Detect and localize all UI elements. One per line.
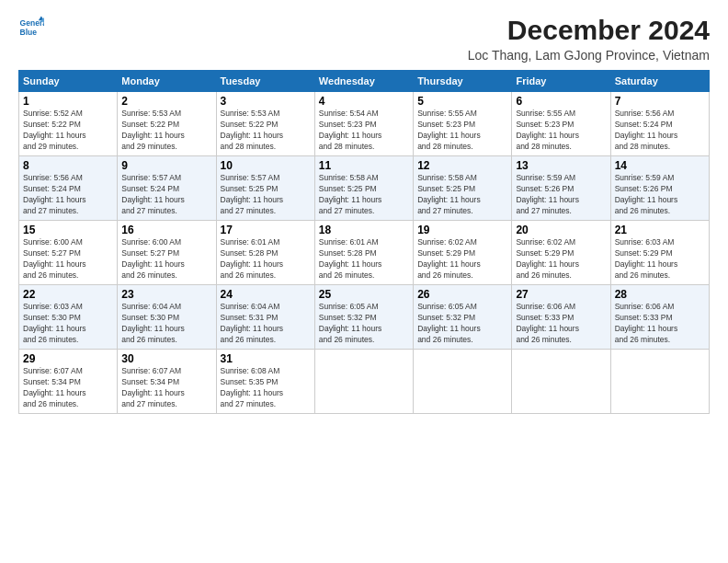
day-number: 7 <box>615 95 705 108</box>
svg-text:Blue: Blue <box>20 28 38 37</box>
calendar-week-row: 22Sunrise: 6:03 AM Sunset: 5:30 PM Dayli… <box>19 285 710 350</box>
table-row: 18Sunrise: 6:01 AM Sunset: 5:28 PM Dayli… <box>314 221 413 285</box>
day-info: Sunrise: 5:58 AM Sunset: 5:25 PM Dayligh… <box>319 173 409 217</box>
day-info: Sunrise: 5:59 AM Sunset: 5:26 PM Dayligh… <box>516 173 606 217</box>
table-row: 14Sunrise: 5:59 AM Sunset: 5:26 PM Dayli… <box>610 156 709 221</box>
calendar-week-row: 15Sunrise: 6:00 AM Sunset: 5:27 PM Dayli… <box>19 221 710 285</box>
day-info: Sunrise: 6:03 AM Sunset: 5:30 PM Dayligh… <box>23 302 113 346</box>
calendar-week-row: 8Sunrise: 5:56 AM Sunset: 5:24 PM Daylig… <box>19 156 710 221</box>
day-number: 23 <box>121 288 211 301</box>
day-number: 26 <box>417 288 507 301</box>
day-info: Sunrise: 6:06 AM Sunset: 5:33 PM Dayligh… <box>516 302 606 346</box>
day-info: Sunrise: 6:01 AM Sunset: 5:28 PM Dayligh… <box>221 237 311 282</box>
table-row: 5Sunrise: 5:55 AM Sunset: 5:23 PM Daylig… <box>414 92 512 156</box>
table-row <box>512 350 610 414</box>
table-row <box>414 350 512 414</box>
col-saturday: Saturday <box>610 71 709 92</box>
day-info: Sunrise: 5:55 AM Sunset: 5:23 PM Dayligh… <box>516 109 606 153</box>
table-row: 29Sunrise: 6:07 AM Sunset: 5:34 PM Dayli… <box>19 350 118 414</box>
day-number: 21 <box>615 224 705 236</box>
day-number: 25 <box>319 288 409 301</box>
table-row: 22Sunrise: 6:03 AM Sunset: 5:30 PM Dayli… <box>19 285 118 350</box>
calendar-week-row: 29Sunrise: 6:07 AM Sunset: 5:34 PM Dayli… <box>19 350 710 414</box>
table-row: 11Sunrise: 5:58 AM Sunset: 5:25 PM Dayli… <box>314 156 413 221</box>
day-number: 13 <box>516 159 606 172</box>
day-info: Sunrise: 6:08 AM Sunset: 5:35 PM Dayligh… <box>221 366 311 410</box>
table-row: 25Sunrise: 6:05 AM Sunset: 5:32 PM Dayli… <box>314 285 413 350</box>
calendar-header-row: Sunday Monday Tuesday Wednesday Thursday… <box>19 71 710 92</box>
day-number: 14 <box>615 159 705 172</box>
calendar-title: December 2024 <box>468 15 710 46</box>
table-row: 6Sunrise: 5:55 AM Sunset: 5:23 PM Daylig… <box>512 92 610 156</box>
calendar-subtitle: Loc Thang, Lam GJong Province, Vietnam <box>468 48 710 63</box>
day-info: Sunrise: 5:55 AM Sunset: 5:23 PM Dayligh… <box>417 109 507 153</box>
day-number: 1 <box>23 95 113 108</box>
day-number: 3 <box>221 95 311 108</box>
day-info: Sunrise: 6:07 AM Sunset: 5:34 PM Dayligh… <box>23 366 113 410</box>
table-row: 20Sunrise: 6:02 AM Sunset: 5:29 PM Dayli… <box>512 221 610 285</box>
table-row: 16Sunrise: 6:00 AM Sunset: 5:27 PM Dayli… <box>118 221 216 285</box>
calendar-table: Sunday Monday Tuesday Wednesday Thursday… <box>18 70 710 414</box>
day-info: Sunrise: 6:03 AM Sunset: 5:29 PM Dayligh… <box>615 237 705 282</box>
table-row <box>610 350 709 414</box>
day-number: 4 <box>319 95 409 108</box>
day-info: Sunrise: 5:59 AM Sunset: 5:26 PM Dayligh… <box>615 173 705 217</box>
day-info: Sunrise: 6:00 AM Sunset: 5:27 PM Dayligh… <box>23 237 113 282</box>
table-row: 9Sunrise: 5:57 AM Sunset: 5:24 PM Daylig… <box>118 156 216 221</box>
day-info: Sunrise: 5:53 AM Sunset: 5:22 PM Dayligh… <box>221 109 311 153</box>
day-number: 24 <box>221 288 311 301</box>
day-info: Sunrise: 5:54 AM Sunset: 5:23 PM Dayligh… <box>319 109 409 153</box>
table-row: 27Sunrise: 6:06 AM Sunset: 5:33 PM Dayli… <box>512 285 610 350</box>
table-row <box>314 350 413 414</box>
day-number: 2 <box>121 95 211 108</box>
day-info: Sunrise: 6:07 AM Sunset: 5:34 PM Dayligh… <box>121 366 211 410</box>
day-info: Sunrise: 5:57 AM Sunset: 5:24 PM Dayligh… <box>121 173 211 217</box>
day-info: Sunrise: 5:56 AM Sunset: 5:24 PM Dayligh… <box>615 109 705 153</box>
table-row: 1Sunrise: 5:52 AM Sunset: 5:22 PM Daylig… <box>19 92 118 156</box>
day-info: Sunrise: 5:52 AM Sunset: 5:22 PM Dayligh… <box>23 109 113 153</box>
day-number: 16 <box>121 224 211 236</box>
day-number: 15 <box>23 224 113 236</box>
day-info: Sunrise: 5:58 AM Sunset: 5:25 PM Dayligh… <box>417 173 507 217</box>
day-number: 29 <box>23 352 113 365</box>
calendar-week-row: 1Sunrise: 5:52 AM Sunset: 5:22 PM Daylig… <box>19 92 710 156</box>
day-number: 9 <box>121 159 211 172</box>
table-row: 19Sunrise: 6:02 AM Sunset: 5:29 PM Dayli… <box>414 221 512 285</box>
col-thursday: Thursday <box>414 71 512 92</box>
table-row: 17Sunrise: 6:01 AM Sunset: 5:28 PM Dayli… <box>216 221 314 285</box>
table-row: 26Sunrise: 6:05 AM Sunset: 5:32 PM Dayli… <box>414 285 512 350</box>
day-info: Sunrise: 6:05 AM Sunset: 5:32 PM Dayligh… <box>417 302 507 346</box>
page-header: General Blue December 2024 Loc Thang, La… <box>18 15 710 63</box>
day-number: 18 <box>319 224 409 236</box>
col-tuesday: Tuesday <box>216 71 314 92</box>
day-number: 6 <box>516 95 606 108</box>
table-row: 7Sunrise: 5:56 AM Sunset: 5:24 PM Daylig… <box>610 92 709 156</box>
day-number: 20 <box>516 224 606 236</box>
table-row: 15Sunrise: 6:00 AM Sunset: 5:27 PM Dayli… <box>19 221 118 285</box>
table-row: 4Sunrise: 5:54 AM Sunset: 5:23 PM Daylig… <box>314 92 413 156</box>
day-info: Sunrise: 6:04 AM Sunset: 5:30 PM Dayligh… <box>121 302 211 346</box>
table-row: 23Sunrise: 6:04 AM Sunset: 5:30 PM Dayli… <box>118 285 216 350</box>
day-info: Sunrise: 6:02 AM Sunset: 5:29 PM Dayligh… <box>516 237 606 282</box>
col-friday: Friday <box>512 71 610 92</box>
logo-icon: General Blue <box>18 15 44 40</box>
day-number: 30 <box>121 352 211 365</box>
day-number: 28 <box>615 288 705 301</box>
day-number: 12 <box>417 159 507 172</box>
day-info: Sunrise: 5:56 AM Sunset: 5:24 PM Dayligh… <box>23 173 113 217</box>
col-sunday: Sunday <box>19 71 118 92</box>
table-row: 3Sunrise: 5:53 AM Sunset: 5:22 PM Daylig… <box>216 92 314 156</box>
day-number: 19 <box>417 224 507 236</box>
table-row: 31Sunrise: 6:08 AM Sunset: 5:35 PM Dayli… <box>216 350 314 414</box>
day-info: Sunrise: 6:01 AM Sunset: 5:28 PM Dayligh… <box>319 237 409 282</box>
day-info: Sunrise: 6:05 AM Sunset: 5:32 PM Dayligh… <box>319 302 409 346</box>
day-number: 27 <box>516 288 606 301</box>
day-info: Sunrise: 5:53 AM Sunset: 5:22 PM Dayligh… <box>121 109 211 153</box>
day-number: 22 <box>23 288 113 301</box>
table-row: 12Sunrise: 5:58 AM Sunset: 5:25 PM Dayli… <box>414 156 512 221</box>
day-info: Sunrise: 6:04 AM Sunset: 5:31 PM Dayligh… <box>221 302 311 346</box>
day-info: Sunrise: 6:00 AM Sunset: 5:27 PM Dayligh… <box>121 237 211 282</box>
day-number: 17 <box>221 224 311 236</box>
col-wednesday: Wednesday <box>314 71 413 92</box>
day-number: 5 <box>417 95 507 108</box>
